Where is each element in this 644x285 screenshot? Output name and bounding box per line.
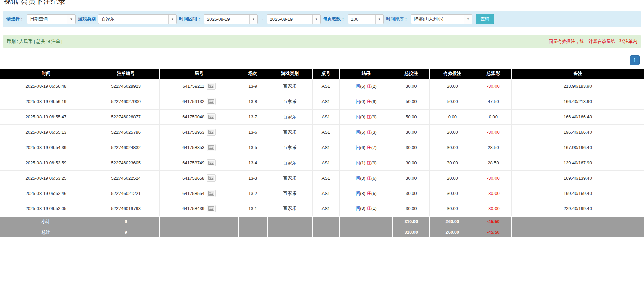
cell-remark: 166.40/213.90 [511, 94, 644, 109]
result-banker-score: (9) [371, 99, 377, 104]
round-detail-button[interactable] [207, 159, 216, 166]
cell-time: 2025-08-19 06:53:25 [0, 170, 92, 186]
per-page-label: 每页笔数： [323, 16, 345, 22]
cell-game-type: 百家乐 [267, 140, 312, 155]
table-header: 时间 注单编号 局号 场次 游戏类别 桌号 结果 总投注 有效投注 总派彩 备注 [0, 69, 644, 79]
cell-bet-id: 522746021221 [92, 186, 160, 201]
table-row: 2025-08-19 06:56:48 522746028923 6417592… [0, 79, 644, 94]
chevron-down-icon[interactable]: ▼ [464, 15, 472, 24]
cell-table-no: AS1 [312, 94, 339, 109]
round-detail-button[interactable] [207, 98, 216, 105]
image-icon [208, 145, 214, 150]
cell-time: 2025-08-19 06:55:47 [0, 109, 92, 124]
result-banker-label: 庄 [367, 145, 371, 150]
round-number: 641758439 [182, 206, 204, 211]
image-icon [208, 176, 214, 180]
cell-bet-id: 522746025786 [92, 124, 160, 140]
result-banker-score: (7) [371, 145, 377, 150]
subtotal-row: 小计 9 310.00 260.00 -45.50 [0, 216, 644, 227]
result-banker-label: 庄 [367, 206, 371, 211]
round-detail-button[interactable] [207, 129, 216, 136]
cell-round-no: 641758749 [160, 155, 238, 170]
bet-records-table: 时间 注单编号 局号 场次 游戏类别 桌号 结果 总投注 有效投注 总派彩 备注… [0, 69, 644, 238]
chevron-down-icon[interactable]: ▼ [168, 15, 176, 24]
cell-table-no: AS1 [312, 79, 339, 94]
cell-remark: 196.40/166.40 [511, 124, 644, 140]
query-type-dropdown[interactable]: 日期查询 ▼ [27, 14, 76, 24]
cell-remark: 199.40/169.40 [511, 186, 644, 201]
cell-valid-bet: 0.00 [429, 109, 475, 124]
cell-total-bet[interactable]: 30.00 [393, 201, 429, 216]
chevron-down-icon[interactable]: ▼ [249, 15, 257, 24]
cell-payout: -30.00 [475, 79, 511, 94]
cell-valid-bet: 30.00 [429, 201, 475, 216]
cell-round-no: 641759132 [160, 94, 238, 109]
cell-game-type: 百家乐 [267, 155, 312, 170]
query-button[interactable]: 查询 [476, 14, 494, 24]
result-player-label: 闲 [356, 130, 360, 135]
select-type-label: 请选择： [6, 16, 24, 22]
subtotal-payout: -45.50 [475, 216, 511, 227]
result-player-score: (6) [360, 145, 365, 150]
game-type-dropdown[interactable]: 百家乐 ▼ [98, 14, 177, 24]
round-detail-button[interactable] [207, 144, 216, 151]
sort-order-dropdown[interactable]: 降幂(由大到小) ▼ [411, 14, 472, 24]
header-bet-id: 注单编号 [92, 69, 160, 79]
subtotal-count: 9 [92, 216, 160, 227]
cell-round-no: 641758554 [160, 186, 238, 201]
round-number: 641758658 [182, 175, 204, 181]
cell-valid-bet: 30.00 [429, 79, 475, 94]
result-banker-score: (1) [371, 206, 377, 211]
chevron-down-icon[interactable]: ▼ [312, 15, 320, 24]
total-label: 总计 [0, 227, 92, 237]
cell-total-bet[interactable]: 30.00 [393, 155, 429, 170]
chevron-down-icon[interactable]: ▼ [67, 15, 75, 24]
cell-round-no: 641758953 [160, 124, 238, 140]
page-1-button[interactable]: 1 [630, 55, 640, 65]
round-detail-button[interactable] [207, 83, 216, 90]
cell-remark: 139.40/167.90 [511, 155, 644, 170]
cell-game-type: 百家乐 [267, 124, 312, 140]
cell-valid-bet: 30.00 [429, 155, 475, 170]
table-row: 2025-08-19 06:54:39 522746024832 6417588… [0, 140, 644, 155]
table-row: 2025-08-19 06:52:46 522746021221 6417585… [0, 186, 644, 201]
cell-total-bet[interactable]: 50.00 [393, 109, 429, 124]
round-detail-button[interactable] [207, 174, 216, 182]
cell-result: 闲(9) 庄(9) [340, 109, 393, 124]
cell-game-type: 百家乐 [267, 109, 312, 124]
round-detail-button[interactable] [207, 113, 216, 120]
date-to-picker[interactable]: 2025-08-19 ▼ [267, 14, 321, 24]
grand-total-row: 总计 9 310.00 260.00 -45.50 [0, 227, 644, 237]
cell-total-bet[interactable]: 30.00 [393, 186, 429, 201]
result-player-score: (9) [360, 114, 365, 119]
header-payout: 总派彩 [475, 69, 511, 79]
header-round-no: 局号 [160, 69, 238, 79]
round-number: 641758554 [182, 191, 204, 196]
cell-remark: 169.40/139.40 [511, 170, 644, 186]
cell-remark: 167.90/196.40 [511, 140, 644, 155]
cell-total-bet[interactable]: 30.00 [393, 140, 429, 155]
cell-payout: -30.00 [475, 170, 511, 186]
result-banker-label: 庄 [367, 191, 371, 196]
total-valid-bet: 260.00 [429, 227, 475, 237]
round-detail-button[interactable] [207, 190, 216, 197]
cell-game-type: 百家乐 [267, 79, 312, 94]
chevron-down-icon[interactable]: ▼ [375, 15, 383, 24]
header-session: 场次 [238, 69, 267, 79]
cell-remark: 229.40/199.40 [511, 201, 644, 216]
cell-result: 闲(6) 庄(7) [340, 140, 393, 155]
cell-total-bet[interactable]: 30.00 [393, 79, 429, 94]
cell-total-bet[interactable]: 50.00 [393, 94, 429, 109]
total-total-bet: 310.00 [393, 227, 429, 237]
per-page-dropdown[interactable]: 100 ▼ [348, 14, 384, 24]
valid-bet-notice: 同局有效投注，统一计算在该局第一张注单内 [549, 38, 637, 45]
round-detail-button[interactable] [207, 205, 216, 212]
cell-total-bet[interactable]: 30.00 [393, 170, 429, 186]
cell-round-no: 641759048 [160, 109, 238, 124]
date-from-picker[interactable]: 2025-08-19 ▼ [204, 14, 258, 24]
result-player-label: 闲 [356, 175, 360, 181]
cell-total-bet[interactable]: 30.00 [393, 124, 429, 140]
cell-bet-id: 522746027900 [92, 94, 160, 109]
result-banker-label: 庄 [367, 114, 371, 119]
cell-valid-bet: 30.00 [429, 170, 475, 186]
